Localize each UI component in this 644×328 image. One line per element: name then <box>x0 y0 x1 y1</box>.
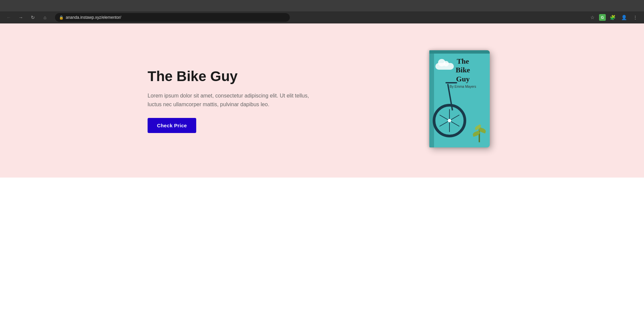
bike-handlebar-top <box>445 82 457 83</box>
hero-text-block: The Bike Guy Lorem ipsum dolor sit amet,… <box>148 68 315 133</box>
address-bar[interactable]: 🔒 ananda.instawp.xyz/elementor/ <box>55 13 290 22</box>
toolbar-right: ☆ G 🧩 👤 ⋮ <box>588 13 640 22</box>
book-title-text: The Bike Guy <box>439 57 486 83</box>
plant-decoration <box>471 122 488 142</box>
extensions-button[interactable]: 🧩 <box>608 13 617 22</box>
book-cover: The Bike Guy By Emma Mayers <box>429 50 490 147</box>
home-button[interactable]: ⌂ <box>40 13 50 22</box>
back-button[interactable]: ← <box>4 13 13 22</box>
extension-icon: G <box>599 14 606 21</box>
wheel-outer <box>433 104 466 137</box>
book-title-area: The Bike Guy By Emma Mayers <box>439 57 486 88</box>
profile-button[interactable]: 👤 <box>619 13 629 22</box>
bike-wheel <box>433 104 466 137</box>
menu-button[interactable]: ⋮ <box>631 13 640 22</box>
url-text: ananda.instawp.xyz/elementor/ <box>66 15 121 20</box>
browser-toolbar: ← → ↻ ⌂ 🔒 ananda.instawp.xyz/elementor/ … <box>0 11 644 23</box>
wheel-hub <box>448 119 451 122</box>
book-author: By Emma Mayers <box>439 85 486 88</box>
browser-tab-bar <box>0 0 644 11</box>
check-price-button[interactable]: Check Price <box>148 118 196 133</box>
book-top-bar <box>429 50 490 54</box>
hero-inner: The Bike Guy Lorem ipsum dolor sit amet,… <box>121 50 523 151</box>
hero-title: The Bike Guy <box>148 68 315 85</box>
hero-section: The Bike Guy Lorem ipsum dolor sit amet,… <box>0 23 644 178</box>
bookmark-button[interactable]: ☆ <box>588 13 597 22</box>
page-below-section <box>0 178 644 328</box>
reload-button[interactable]: ↻ <box>28 13 38 22</box>
hero-description: Lorem ipsum dolor sit amet, consectetur … <box>148 91 315 109</box>
lock-icon: 🔒 <box>59 15 64 20</box>
forward-button[interactable]: → <box>16 13 25 22</box>
book-illustration: The Bike Guy By Emma Mayers <box>429 50 496 151</box>
